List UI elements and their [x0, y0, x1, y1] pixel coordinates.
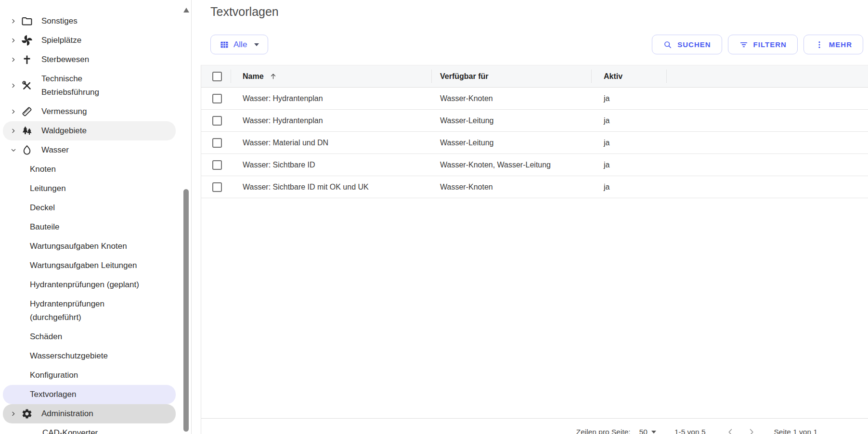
sidebar-item-label: Wartungsaufgaben Leitungen	[30, 256, 137, 275]
sidebar-item-sterbewesen[interactable]: Sterbewesen	[3, 50, 176, 69]
sidebar-item-konfiguration[interactable]: Konfiguration	[3, 366, 176, 385]
cell-verfuegbar-fuer: Wasser-Knoten	[440, 94, 493, 103]
sidebar-scrollbar-thumb[interactable]	[183, 189, 189, 432]
chevron-right-icon[interactable]	[10, 108, 17, 115]
sidebar-item-knoten[interactable]: Knoten	[3, 160, 176, 179]
cell-aktiv: ja	[604, 161, 609, 169]
sidebar-item-cad-konverter[interactable]: CAD-Konverter	[3, 423, 176, 434]
sidebar-item-wasser[interactable]: Wasser	[3, 140, 176, 160]
sidebar-item-label: Sterbewesen	[41, 50, 89, 69]
sidebar-item-bauteile[interactable]: Bauteile	[3, 217, 176, 237]
table-body: Wasser: HydrantenplanWasser-KnotenjaWass…	[201, 88, 868, 198]
table-header-row: Name Verfügbar für Aktiv	[201, 65, 868, 88]
table-row[interactable]: Wasser: Sichtbare ID mit OK und UKWasser…	[201, 176, 868, 198]
sidebar-item-label: Administration	[41, 404, 93, 423]
row-checkbox[interactable]	[212, 94, 222, 103]
sidebar-item-label: Wasser	[41, 140, 69, 160]
sidebar-item-wasserschutzgebiete[interactable]: Wasserschutzgebiete	[3, 346, 176, 366]
toolbar-actions: SUCHEN FILTERN MEHR	[652, 35, 863, 54]
chevron-right-icon[interactable]	[10, 37, 17, 44]
cell-verfuegbar-fuer: Wasser-Leitung	[440, 139, 493, 147]
sidebar-item-label: Textvorlagen	[30, 385, 76, 404]
filter-icon	[739, 40, 749, 50]
table-row[interactable]: Wasser: Material und DNWasser-Leitungja	[201, 132, 868, 154]
sidebar-item-deckel[interactable]: Deckel	[3, 198, 176, 217]
chevron-down-icon[interactable]	[10, 146, 17, 154]
select-all-checkbox[interactable]	[212, 72, 222, 81]
filter-button[interactable]: FILTERN	[728, 35, 798, 54]
more-vert-icon	[815, 40, 824, 50]
sidebar-item-textvorlagen[interactable]: Textvorlagen	[3, 385, 176, 404]
search-button-label: SUCHEN	[677, 40, 711, 49]
cell-aktiv: ja	[604, 94, 609, 103]
rows-per-page-label: Zeilen pro Seite:	[576, 428, 631, 434]
sort-ascending-icon[interactable]	[269, 72, 278, 81]
sidebar-item-wartungsaufgaben-knoten[interactable]: Wartungsaufgaben Knoten	[3, 237, 176, 256]
row-checkbox[interactable]	[212, 138, 222, 148]
cross-icon	[21, 54, 33, 65]
table-row[interactable]: Wasser: HydrantenplanWasser-Leitungja	[201, 110, 868, 132]
chevron-right-icon[interactable]	[10, 82, 17, 89]
cell-name: Wasser: Hydrantenplan	[243, 116, 323, 125]
sidebar-item-label: Hydrantenprüfungen (durchgeführt)	[30, 294, 150, 327]
chevron-right-icon[interactable]	[10, 17, 17, 25]
sidebar-item-label: Deckel	[30, 198, 55, 217]
page-indicator: Seite 1 von 1	[774, 428, 817, 434]
chevron-right-icon[interactable]	[10, 410, 17, 418]
sidebar-item-hydrantenpr-fungen-durchgef-hrt[interactable]: Hydrantenprüfungen (durchgeführt)	[3, 294, 176, 327]
table-paginator: Zeilen pro Seite: 50 1-5 von 5 Seite 1 v…	[201, 418, 868, 434]
cell-aktiv: ja	[604, 116, 609, 125]
caret-down-icon	[651, 431, 656, 434]
grid-icon	[220, 40, 229, 50]
cell-name: Wasser: Hydrantenplan	[243, 94, 323, 103]
sidebar-item-waldgebiete[interactable]: Waldgebiete	[3, 121, 176, 140]
row-checkbox[interactable]	[212, 160, 222, 170]
sidebar-item-label: Hydrantenprüfungen (geplant)	[30, 275, 139, 294]
sidebar-item-sch-den[interactable]: Schäden	[3, 327, 176, 346]
row-checkbox[interactable]	[212, 116, 222, 126]
sidebar-item-sonstiges[interactable]: Sonstiges	[3, 12, 176, 31]
main-panel: Textvorlagen Alle SUCHEN FILTERN	[192, 0, 868, 434]
pinwheel-icon	[21, 35, 33, 46]
sidebar-item-wartungsaufgaben-leitungen[interactable]: Wartungsaufgaben Leitungen	[3, 256, 176, 275]
rows-per-page-value: 50	[639, 428, 648, 434]
table-row[interactable]: Wasser: Sichtbare IDWasser-Knoten, Wasse…	[201, 154, 868, 176]
column-header-name[interactable]: Name	[243, 72, 264, 81]
view-selector-button[interactable]: Alle	[210, 35, 268, 54]
cell-aktiv: ja	[604, 183, 609, 191]
scroll-up-arrow-icon[interactable]	[183, 8, 189, 13]
sidebar-item-label: Waldgebiete	[41, 121, 87, 140]
chevron-right-icon[interactable]	[10, 127, 17, 135]
sidebar-item-spielpl-tze[interactable]: Spielplätze	[3, 31, 176, 50]
cell-verfuegbar-fuer: Wasser-Knoten, Wasser-Leitung	[440, 161, 551, 169]
search-icon	[663, 40, 673, 50]
next-page-button[interactable]	[746, 427, 757, 434]
view-selector-label: Alle	[233, 40, 247, 50]
more-button-label: MEHR	[829, 40, 852, 49]
cell-name: Wasser: Sichtbare ID	[243, 161, 315, 169]
forest-icon	[21, 125, 33, 137]
cell-name: Wasser: Sichtbare ID mit OK und UK	[243, 183, 369, 191]
rows-per-page-select[interactable]: 50	[639, 428, 656, 434]
row-checkbox[interactable]	[212, 182, 222, 192]
sidebar-item-leitungen[interactable]: Leitungen	[3, 179, 176, 198]
table-row[interactable]: Wasser: HydrantenplanWasser-Knotenja	[201, 88, 868, 110]
sidebar-item-vermessung[interactable]: Vermessung	[3, 102, 176, 121]
filter-button-label: FILTERN	[753, 40, 787, 49]
folder-icon	[21, 15, 33, 27]
chevron-right-icon[interactable]	[10, 56, 17, 64]
column-header-aktiv[interactable]: Aktiv	[604, 72, 622, 81]
previous-page-button[interactable]	[725, 427, 736, 434]
cell-aktiv: ja	[604, 139, 609, 147]
sidebar-item-administration[interactable]: Administration	[3, 404, 176, 423]
page-title: Textvorlagen	[210, 5, 279, 19]
water-drop-icon	[21, 144, 33, 156]
sidebar-item-technische-betriebsf-hrung[interactable]: Technische Betriebsführung	[3, 69, 176, 102]
sidebar-item-label: Wasserschutzgebiete	[30, 346, 108, 366]
sidebar-item-hydrantenpr-fungen-geplant[interactable]: Hydrantenprüfungen (geplant)	[3, 275, 176, 294]
more-button[interactable]: MEHR	[803, 35, 863, 54]
pagination-range: 1-5 von 5	[674, 428, 706, 434]
search-button[interactable]: SUCHEN	[652, 35, 722, 54]
column-header-verfuegbar-fuer[interactable]: Verfügbar für	[440, 72, 488, 81]
sidebar-item-label: CAD-Konverter	[42, 423, 98, 434]
